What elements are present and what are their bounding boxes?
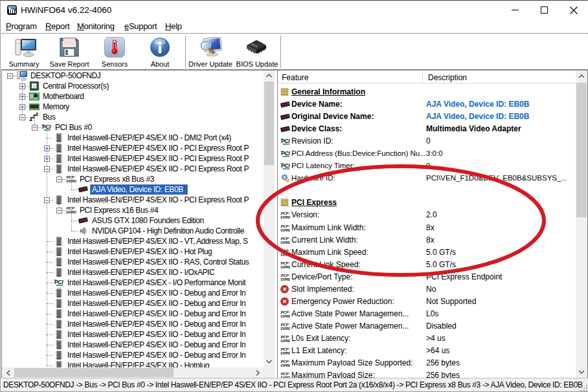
svg-text:PCI: PCI — [42, 124, 51, 130]
svg-text:PCI: PCI — [281, 138, 290, 144]
svg-text:PCI: PCI — [281, 162, 290, 169]
svg-text:PCI: PCI — [281, 236, 288, 241]
svg-text:EXPRESS: EXPRESS — [281, 278, 291, 281]
svg-text:EXPRESS: EXPRESS — [281, 327, 291, 331]
svg-text:EXPRESS: EXPRESS — [281, 254, 291, 257]
svg-text:EXPRESS: EXPRESS — [281, 315, 291, 318]
svg-text:PCI: PCI — [67, 206, 73, 210]
svg-text:EXPRESS: EXPRESS — [281, 241, 291, 245]
svg-text:PCI: PCI — [281, 347, 288, 351]
svg-text:PCI: PCI — [281, 261, 288, 265]
svg-text:EXPRESS: EXPRESS — [281, 216, 291, 219]
svg-text:EXPRESS: EXPRESS — [281, 229, 291, 232]
svg-text:PCI: PCI — [281, 211, 288, 215]
svg-text:PCI: PCI — [281, 310, 288, 314]
svg-text:EXPRESS: EXPRESS — [281, 352, 291, 355]
svg-text:PCI: PCI — [281, 371, 288, 376]
svg-text:EXPRESS: EXPRESS — [67, 211, 77, 214]
svg-text:PCI: PCI — [281, 359, 288, 364]
svg-text:PCI: PCI — [281, 224, 288, 228]
svg-text:PCI: PCI — [54, 279, 63, 285]
svg-text:EXPRESS: EXPRESS — [281, 266, 291, 269]
svg-text:EXPRESS: EXPRESS — [281, 340, 291, 343]
svg-text:PCI: PCI — [281, 273, 288, 278]
svg-text:EXPRESS: EXPRESS — [281, 364, 291, 367]
svg-text:PCI: PCI — [281, 248, 288, 253]
svg-text:EXPRESS: EXPRESS — [67, 180, 77, 183]
svg-text:PCI: PCI — [281, 322, 288, 327]
svg-text:PCI: PCI — [67, 175, 73, 179]
svg-text:PCI: PCI — [281, 150, 290, 157]
svg-text:PCI: PCI — [281, 334, 288, 339]
